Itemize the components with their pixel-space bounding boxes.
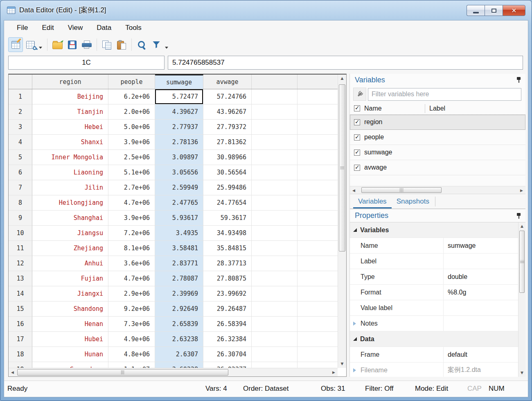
cell-empty[interactable] <box>298 347 338 362</box>
filter-variables-input[interactable] <box>368 88 521 101</box>
properties-vertical-scrollbar[interactable]: ▲ ▼ <box>518 222 525 377</box>
cell-people[interactable]: 7.2e+06 <box>108 226 155 241</box>
cell-avwage[interactable]: 27.80875 <box>203 271 252 286</box>
variable-list-item[interactable]: sumwage <box>350 145 525 160</box>
cell-people[interactable]: 6.2e+06 <box>108 89 155 104</box>
row-number-cell[interactable]: 13 <box>9 271 32 286</box>
vertical-scroll-thumb[interactable] <box>339 84 345 251</box>
cell-empty[interactable] <box>252 286 298 301</box>
cell-people[interactable]: 2.9e+06 <box>108 286 155 301</box>
cell-avwage[interactable]: 30.98966 <box>203 150 252 165</box>
menu-item[interactable]: File <box>11 22 33 34</box>
cell-sumwage[interactable]: 3.4935 <box>155 226 203 241</box>
cell-avwage[interactable]: 27.81362 <box>203 135 252 150</box>
browse-dropdown-icon[interactable] <box>39 47 42 49</box>
cell-avwage[interactable]: 26.32384 <box>203 332 252 347</box>
cell-empty[interactable] <box>252 271 298 286</box>
select-all-checkbox[interactable] <box>354 105 360 111</box>
table-horizontal-scrollbar[interactable]: ◀ ▶ <box>9 368 338 376</box>
row-number-cell[interactable]: 2 <box>9 104 32 120</box>
cell-empty[interactable] <box>252 301 298 317</box>
row-number-cell[interactable]: 8 <box>9 195 32 211</box>
save-button[interactable] <box>65 37 79 52</box>
cell-region[interactable]: Henan <box>32 317 108 332</box>
cell-sumwage[interactable]: 2.83771 <box>155 256 203 271</box>
paste-button[interactable] <box>114 37 129 52</box>
column-divider[interactable] <box>425 104 425 113</box>
scroll-down-icon[interactable]: ▼ <box>338 360 346 368</box>
expand-triangle-icon[interactable] <box>353 368 356 372</box>
cell-avwage[interactable]: 23.99692 <box>203 286 252 301</box>
cell-empty[interactable] <box>298 241 338 256</box>
horizontal-scroll-thumb[interactable] <box>17 369 228 376</box>
row-number-cell[interactable]: 1 <box>9 89 32 104</box>
cell-region[interactable]: Fujian <box>32 271 108 286</box>
cell-reference-box[interactable]: 1C <box>8 56 165 70</box>
properties-section-data[interactable]: Data <box>350 331 518 347</box>
filter-dropdown-icon[interactable] <box>165 47 168 49</box>
variable-checkbox[interactable] <box>354 150 360 156</box>
cell-sumwage[interactable]: 2.6307 <box>155 347 203 362</box>
cell-empty[interactable] <box>298 104 338 120</box>
horizontal-scroll-thumb[interactable] <box>361 187 442 193</box>
cell-region[interactable]: Tianjin <box>32 104 108 120</box>
cell-sumwage[interactable]: 3.05656 <box>155 165 203 180</box>
row-number-cell[interactable]: 6 <box>9 165 32 180</box>
cell-empty[interactable] <box>298 301 338 317</box>
cell-empty[interactable] <box>298 226 338 241</box>
variable-checkbox[interactable] <box>354 119 360 125</box>
name-column-header[interactable]: Name <box>364 105 425 112</box>
cell-avwage[interactable]: 27.79372 <box>203 120 252 135</box>
cell-region[interactable]: Jilin <box>32 180 108 195</box>
pin-icon[interactable] <box>516 213 521 219</box>
cell-region[interactable]: Hubei <box>32 332 108 347</box>
cell-empty[interactable] <box>252 165 298 180</box>
cell-sumwage[interactable]: 2.65839 <box>155 317 203 332</box>
scroll-up-icon[interactable]: ▲ <box>518 222 525 230</box>
variables-horizontal-scrollbar[interactable]: ◀ ▶ <box>350 186 525 194</box>
variable-list-item[interactable]: region <box>350 115 525 130</box>
cell-empty[interactable] <box>252 226 298 241</box>
cell-empty[interactable] <box>252 120 298 135</box>
row-number-cell[interactable]: 17 <box>9 332 32 347</box>
cell-people[interactable]: 3.6e+06 <box>108 256 155 271</box>
cell-people[interactable]: 4.7e+06 <box>108 271 155 286</box>
variable-list-item[interactable]: avwage <box>350 160 525 175</box>
cell-empty[interactable] <box>252 362 298 368</box>
find-button[interactable] <box>134 37 149 52</box>
column-header-avwage[interactable]: avwage <box>203 75 252 89</box>
copy-button[interactable] <box>99 37 114 52</box>
cell-people[interactable]: 1.1e+07 <box>108 362 155 368</box>
collapse-triangle-icon[interactable] <box>353 228 357 232</box>
scroll-right-icon[interactable]: ▶ <box>330 368 338 376</box>
row-number-cell[interactable]: 15 <box>9 301 32 317</box>
cell-sumwage[interactable]: 2.92649 <box>155 301 203 317</box>
cell-avwage[interactable]: 29.26487 <box>203 301 252 317</box>
cell-empty[interactable] <box>252 104 298 120</box>
cell-avwage[interactable]: 35.84815 <box>203 241 252 256</box>
variable-checkbox[interactable] <box>354 134 360 140</box>
menu-item[interactable]: View <box>63 22 88 34</box>
cell-empty[interactable] <box>252 89 298 104</box>
open-button[interactable] <box>50 37 65 52</box>
cell-empty[interactable] <box>298 286 338 301</box>
vertical-scroll-thumb[interactable] <box>519 231 525 293</box>
cell-sumwage[interactable]: 3.09897 <box>155 150 203 165</box>
cell-region[interactable]: Guangdong <box>32 362 108 368</box>
cell-region[interactable]: Hebei <box>32 120 108 135</box>
cell-region[interactable]: Shanghai <box>32 211 108 226</box>
cell-empty[interactable] <box>252 347 298 362</box>
cell-people[interactable]: 5.0e+06 <box>108 120 155 135</box>
cell-empty[interactable] <box>298 317 338 332</box>
cell-people[interactable]: 5.1e+06 <box>108 165 155 180</box>
menu-item[interactable]: Data <box>91 22 117 34</box>
cell-sumwage[interactable]: 2.59949 <box>155 180 203 195</box>
cell-avwage[interactable]: 26.58394 <box>203 317 252 332</box>
cell-empty[interactable] <box>298 135 338 150</box>
cell-empty[interactable] <box>298 211 338 226</box>
row-number-cell[interactable]: 5 <box>9 150 32 165</box>
row-number-cell[interactable]: 12 <box>9 256 32 271</box>
cell-avwage[interactable]: 30.56564 <box>203 165 252 180</box>
cell-people[interactable]: 3.9e+06 <box>108 211 155 226</box>
cell-region[interactable]: Shandong <box>32 301 108 317</box>
